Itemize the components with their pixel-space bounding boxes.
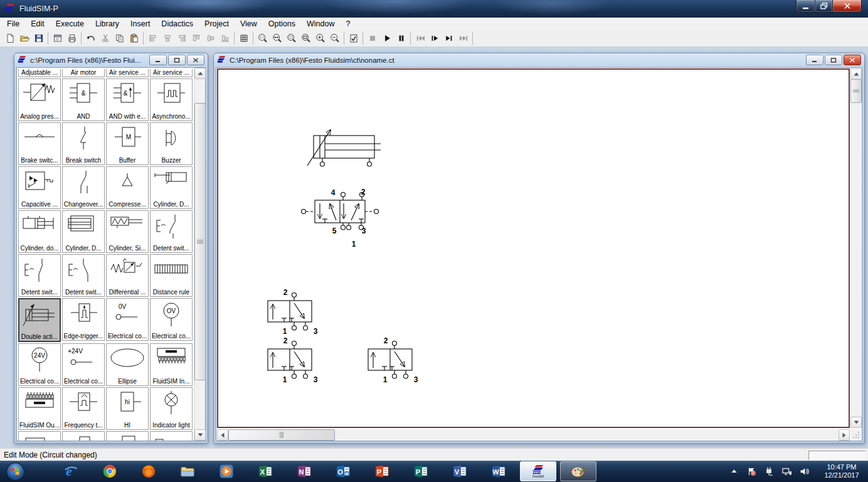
canvas-vertical-scrollbar[interactable]	[850, 68, 861, 428]
publisher-taskbar-icon[interactable]: P	[401, 462, 440, 481]
outlook-taskbar-icon[interactable]: O	[324, 462, 363, 481]
wmp-taskbar-icon[interactable]	[207, 462, 246, 481]
library-item-partial[interactable]: Air service ...	[106, 69, 149, 77]
library-title-bar[interactable]: c:\Program Files (x86)\Festo Flui...	[14, 53, 208, 67]
save-file-button[interactable]	[31, 31, 46, 45]
library-item[interactable]: Detent swit...	[62, 254, 105, 297]
toggle-grid-button[interactable]	[236, 31, 251, 45]
simulation-reset-button[interactable]	[413, 31, 427, 45]
library-item[interactable]: Ellipse	[106, 343, 149, 386]
library-item[interactable]: OVElectrical co...	[150, 298, 193, 341]
library-item-partial[interactable]: Air motor	[62, 69, 105, 77]
word-taskbar-icon[interactable]: W	[479, 462, 518, 481]
zoom-window-button[interactable]	[299, 31, 313, 45]
menu-project[interactable]: Project	[199, 19, 235, 29]
menu-window[interactable]: Window	[301, 19, 340, 29]
simulation-next-state-button[interactable]	[442, 31, 456, 45]
library-maximize-button[interactable]	[168, 55, 186, 65]
library-item[interactable]: Detent swit...	[18, 254, 61, 297]
align-center-button[interactable]	[160, 31, 174, 45]
paste-button[interactable]	[127, 31, 141, 45]
library-item[interactable]: Detent swit...	[150, 210, 193, 253]
powerpoint-taskbar-icon[interactable]: P	[363, 462, 401, 481]
scrollbar-thumb[interactable]	[194, 103, 206, 380]
library-item[interactable]: +24VElectrical co...	[62, 343, 105, 386]
library-item[interactable]: Differential ...	[106, 254, 149, 297]
library-item[interactable]: FluidSIM Ou...	[18, 387, 61, 430]
library-item[interactable]: &AND	[62, 78, 105, 121]
align-left-button[interactable]	[146, 31, 160, 45]
start-button[interactable]	[6, 462, 25, 481]
circuit-check-button[interactable]	[346, 31, 361, 45]
library-item[interactable]: Analog pres...	[18, 78, 61, 121]
library-item-partial[interactable]	[150, 431, 193, 441]
ie-taskbar-icon[interactable]: e	[51, 462, 90, 481]
simulation-stop-button[interactable]	[365, 31, 379, 45]
library-item[interactable]: Capacitive ...	[18, 166, 61, 209]
menu-didactics[interactable]: Didactics	[156, 19, 199, 29]
open-file-button[interactable]	[17, 31, 31, 45]
menu-execute[interactable]: Execute	[50, 19, 90, 29]
library-item[interactable]: Asynchrono...	[150, 78, 193, 121]
zoom-page-width-button[interactable]	[270, 31, 284, 45]
visio-taskbar-icon[interactable]: V	[440, 462, 479, 481]
library-item[interactable]: Cylinder, Si...	[106, 210, 149, 253]
component-valve-3-2[interactable]	[268, 293, 312, 331]
scrollbar-thumb[interactable]	[850, 79, 862, 103]
taskbar-clock[interactable]: 10:47 PM 12/21/2017	[818, 463, 865, 479]
library-item[interactable]: 24VElectrical co...	[18, 343, 61, 386]
resize-grip[interactable]	[850, 429, 861, 440]
scroll-down-button[interactable]	[850, 417, 862, 428]
library-item[interactable]: Brake switc...	[18, 122, 61, 165]
zoom-actual-size-button[interactable]: 1:1	[255, 31, 270, 45]
align-bottom-button[interactable]	[218, 31, 232, 45]
library-minimize-button[interactable]	[149, 55, 167, 65]
simulation-start-button[interactable]	[379, 31, 394, 45]
power-icon[interactable]	[764, 466, 775, 476]
scroll-up-button[interactable]	[194, 68, 206, 79]
library-item-partial[interactable]: Air service ...	[150, 69, 193, 77]
drawing-area[interactable]: 42531 213 213 213	[217, 68, 850, 428]
restore-button[interactable]	[815, 0, 832, 13]
library-scrollbar[interactable]	[194, 68, 205, 441]
canvas-horizontal-scrollbar[interactable]	[217, 429, 850, 440]
library-close-button[interactable]	[187, 55, 204, 65]
menu-edit[interactable]: Edit	[25, 19, 50, 29]
close-button[interactable]	[832, 0, 862, 13]
menu-insert[interactable]: Insert	[125, 19, 156, 29]
library-item[interactable]: Cylinder, D...	[150, 166, 193, 209]
library-item[interactable]: Indicator light	[150, 387, 193, 430]
simulation-pause-button[interactable]	[394, 31, 408, 45]
zoom-in-button[interactable]	[313, 31, 327, 45]
library-item[interactable]: MBuffer	[106, 122, 149, 165]
library-item[interactable]: Distance rule	[150, 254, 193, 297]
new-file-button[interactable]	[3, 31, 17, 45]
menu-help[interactable]: ?	[340, 19, 356, 29]
firefox-taskbar-icon[interactable]	[129, 462, 168, 481]
library-item-partial[interactable]	[18, 431, 61, 441]
excel-taskbar-icon[interactable]: X	[246, 462, 285, 481]
minimize-button[interactable]	[796, 0, 815, 13]
menu-file[interactable]: File	[1, 19, 25, 29]
scroll-down-button[interactable]	[194, 429, 206, 441]
simulation-step-button[interactable]	[427, 31, 442, 45]
circuit-canvas[interactable]: 42531 213 213 213	[218, 70, 847, 425]
circuit-title-bar[interactable]: C:\Program Files (x86)\Festo Fluidsim\ct…	[214, 53, 864, 67]
component-valve-5-2[interactable]	[302, 193, 379, 230]
library-item-partial[interactable]: Adjustable ...	[18, 69, 61, 77]
action-center-icon[interactable]	[746, 466, 757, 476]
circuit-maximize-button[interactable]	[825, 55, 842, 65]
circuit-close-button[interactable]	[844, 55, 861, 65]
scrollbar-thumb[interactable]	[228, 429, 335, 441]
component-valve-3-2[interactable]	[368, 341, 412, 379]
library-item[interactable]: hiHI	[106, 387, 149, 430]
library-item[interactable]: Changeover...	[62, 166, 105, 209]
undo-button[interactable]	[83, 31, 98, 45]
library-item[interactable]: Buzzer	[150, 122, 193, 165]
simulation-fast-forward-button[interactable]	[456, 31, 470, 45]
library-item[interactable]: &AND with e...	[106, 78, 149, 121]
menu-library[interactable]: Library	[90, 19, 125, 29]
scroll-left-button[interactable]	[217, 429, 228, 441]
circuit-minimize-button[interactable]	[806, 55, 823, 65]
menu-options[interactable]: Options	[263, 19, 301, 29]
